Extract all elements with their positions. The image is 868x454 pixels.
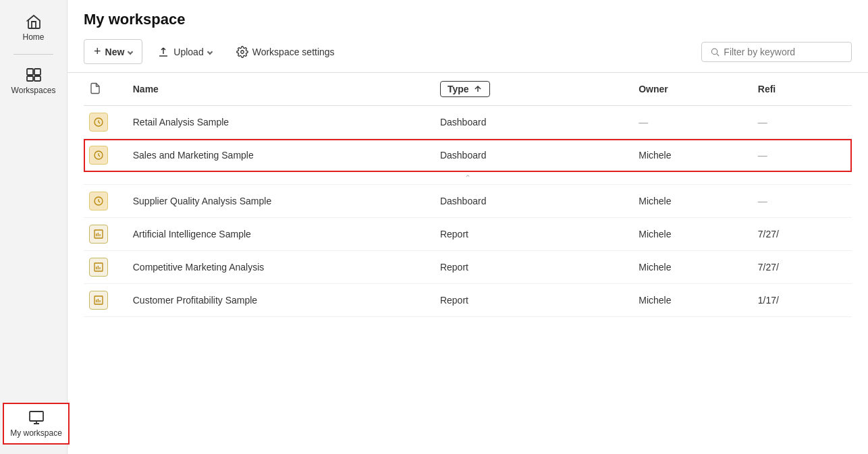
row-owner: —: [633, 106, 753, 139]
dashboard-icon: [89, 192, 108, 210]
table-row[interactable]: Artificial Intelligence SampleReportMich…: [84, 218, 852, 251]
row-name[interactable]: Sales and Marketing Sample: [128, 139, 435, 172]
report-icon: [89, 258, 108, 277]
my-workspace-label: My workspace: [10, 428, 62, 438]
svg-line-7: [717, 53, 719, 55]
table-body: Retail Analysis SampleDashboard——Sales a…: [84, 106, 852, 317]
upload-label: Upload: [173, 47, 203, 57]
svg-rect-2: [27, 76, 33, 81]
sidebar-bottom: My workspace: [0, 400, 67, 447]
row-name[interactable]: Retail Analysis Sample: [128, 106, 435, 139]
sidebar-divider: [13, 54, 53, 55]
row-name[interactable]: Supplier Quality Analysis Sample: [128, 185, 435, 218]
col-header-name: Name: [128, 73, 435, 106]
upload-chevron-icon: [207, 49, 212, 54]
col-header-refresh: Refi: [753, 73, 852, 106]
home-label: Home: [22, 32, 44, 42]
svg-rect-1: [34, 69, 40, 75]
table-row[interactable]: Competitive Marketing AnalysisReportMich…: [84, 251, 852, 284]
row-refresh: —: [753, 139, 852, 172]
row-type: Report: [435, 218, 633, 251]
row-owner: Michele: [633, 284, 753, 317]
upload-button[interactable]: Upload: [148, 41, 221, 63]
sidebar-item-workspaces[interactable]: Workspaces: [0, 60, 67, 102]
type-sort-button[interactable]: Type: [440, 81, 490, 97]
row-type: Dashboard: [435, 139, 633, 172]
row-owner: Michele: [633, 218, 753, 251]
row-name[interactable]: Competitive Marketing Analysis: [128, 251, 435, 284]
row-icon-cell: [84, 106, 128, 139]
upload-icon: [157, 46, 169, 58]
row-icon-cell: [84, 139, 128, 172]
gear-icon: [236, 46, 248, 58]
sort-up-icon: [473, 84, 483, 94]
row-refresh: —: [753, 185, 852, 218]
row-refresh: —: [753, 106, 852, 139]
workspace-settings-button[interactable]: Workspace settings: [227, 41, 344, 63]
new-chevron-icon: [128, 49, 133, 54]
report-icon: [89, 225, 108, 244]
row-icon-cell: [84, 251, 128, 284]
new-label: New: [105, 47, 125, 57]
sidebar-item-my-workspace[interactable]: My workspace: [3, 403, 70, 445]
report-icon: [89, 291, 108, 310]
row-name[interactable]: Artificial Intelligence Sample: [128, 218, 435, 251]
row-name[interactable]: Customer Profitability Sample: [128, 284, 435, 317]
workspace-table: Name Type Owner Refi: [84, 73, 852, 317]
new-button[interactable]: + New: [84, 39, 142, 64]
sidebar-item-home[interactable]: Home: [0, 7, 67, 49]
row-owner: Michele: [633, 185, 753, 218]
col-header-owner: Owner: [633, 73, 753, 106]
table-row[interactable]: Sales and Marketing SampleDashboardMiche…: [84, 139, 852, 172]
svg-rect-0: [27, 69, 33, 75]
row-owner: Michele: [633, 139, 753, 172]
toolbar: + New Upload Workspace settings: [84, 39, 852, 72]
table-area: Name Type Owner Refi: [67, 73, 868, 454]
table-row[interactable]: Retail Analysis SampleDashboard——: [84, 106, 852, 139]
dashboard-icon: [89, 113, 108, 132]
file-icon: [89, 82, 101, 94]
plus-icon: +: [94, 45, 101, 59]
table-header-row: Name Type Owner Refi: [84, 73, 852, 106]
svg-point-5: [240, 50, 244, 53]
row-type: Dashboard: [435, 185, 633, 218]
workspaces-icon: [26, 67, 42, 83]
row-type: Dashboard: [435, 106, 633, 139]
header: My workspace + New Upload Work: [67, 0, 868, 73]
my-workspace-icon: [28, 409, 45, 426]
scroll-hint: ⌃: [84, 172, 852, 185]
home-icon: [26, 13, 42, 30]
table-row[interactable]: Supplier Quality Analysis SampleDashboar…: [84, 185, 852, 218]
dashboard-icon: [89, 146, 108, 165]
row-owner: Michele: [633, 251, 753, 284]
svg-rect-4: [30, 412, 43, 421]
row-type: Report: [435, 251, 633, 284]
page-title: My workspace: [84, 11, 852, 28]
row-icon-cell: [84, 185, 128, 218]
sidebar: Home Workspaces My workspace: [0, 0, 67, 454]
workspace-settings-label: Workspace settings: [252, 47, 335, 57]
filter-input[interactable]: [724, 47, 843, 57]
row-refresh: 1/17/: [753, 284, 852, 317]
row-refresh: 7/27/: [753, 218, 852, 251]
svg-point-6: [711, 49, 717, 54]
filter-input-wrap[interactable]: [701, 42, 852, 62]
search-icon: [710, 47, 720, 57]
col-header-type[interactable]: Type: [435, 73, 633, 106]
row-refresh: 7/27/: [753, 251, 852, 284]
row-icon-cell: [84, 284, 128, 317]
workspaces-label: Workspaces: [11, 86, 56, 95]
main-content: My workspace + New Upload Work: [67, 0, 868, 454]
row-icon-cell: [84, 218, 128, 251]
col-header-icon: [84, 73, 128, 106]
svg-rect-3: [34, 76, 40, 81]
table-row[interactable]: Customer Profitability SampleReportMiche…: [84, 284, 852, 317]
row-type: Report: [435, 284, 633, 317]
